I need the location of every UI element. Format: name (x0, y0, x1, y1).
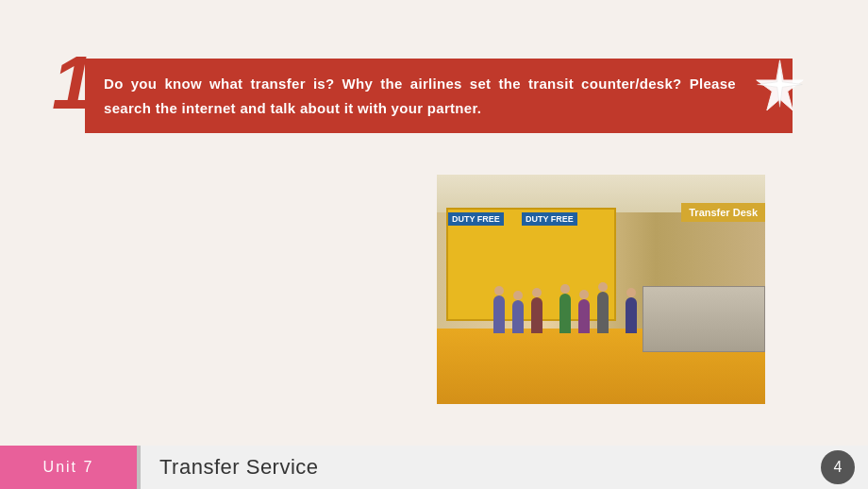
duty-free-sign2: DUTY FREE (522, 212, 577, 226)
star-decoration (754, 59, 806, 110)
footer-title: Transfer Service (141, 455, 821, 480)
unit-label: Unit 7 (43, 459, 94, 476)
info-banner: Do you know what transfer is? Why the ai… (85, 59, 793, 133)
person-figure (578, 299, 590, 333)
duty-free-sign: DUTY FREE (448, 212, 504, 226)
person-figure (493, 295, 505, 333)
transfer-desk-image: DUTY FREE DUTY FREE Transfer Desk (437, 175, 765, 404)
svg-marker-1 (758, 62, 803, 108)
page-number: 4 (821, 450, 855, 484)
transfer-desk-sign: Transfer Desk (681, 203, 765, 222)
banner-text: Do you know what transfer is? Why the ai… (104, 72, 736, 120)
person-figure (512, 300, 524, 333)
person-figure (531, 297, 542, 333)
airport-counter (643, 286, 765, 352)
section-number: 1 (52, 45, 94, 121)
person-figure (597, 292, 609, 333)
person-figure (559, 294, 571, 333)
person-figure (626, 297, 637, 333)
footer-unit-section: Unit 7 (0, 446, 137, 489)
footer-bar: Unit 7 Transfer Service 4 (0, 446, 868, 489)
